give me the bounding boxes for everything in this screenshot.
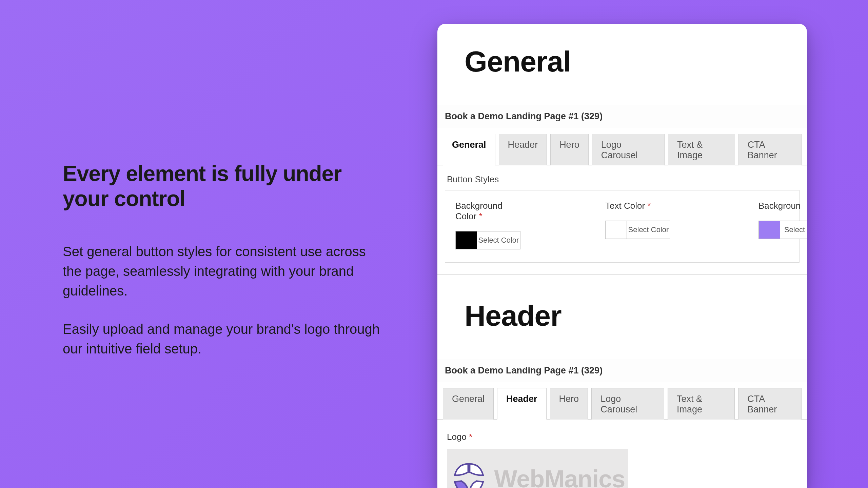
tab-text-image[interactable]: Text & Image [668, 388, 735, 420]
tab-cta-banner[interactable]: CTA Banner [738, 388, 802, 420]
metabox-general: Book a Demo Landing Page #1 (329) Genera… [437, 105, 807, 274]
color-input-background: Select Color [455, 231, 520, 249]
tab-logo-carousel[interactable]: Logo Carousel [591, 388, 664, 420]
logo-mark-icon [450, 460, 488, 488]
select-color-button[interactable]: Select [780, 221, 807, 239]
metabox-header: Book a Demo Landing Page #1 (329) Genera… [437, 359, 807, 488]
swatch-bg-hover[interactable] [759, 221, 780, 239]
required-icon: * [469, 432, 472, 442]
tab-logo-carousel[interactable]: Logo Carousel [592, 134, 665, 165]
label-text: Text Color [605, 201, 645, 211]
button-styles-row: Background Color * Select Color Text Col… [445, 190, 800, 263]
marketing-copy: Every element is fully under your contro… [63, 161, 388, 377]
metabox-body-general: Button Styles Background Color * Select … [437, 165, 807, 274]
color-input-bg-hover: Select [758, 221, 807, 239]
tab-header[interactable]: Header [497, 388, 547, 420]
tab-cta-banner[interactable]: CTA Banner [738, 134, 802, 165]
label-background-hover-partial: Backgroun [758, 201, 807, 211]
tab-general[interactable]: General [443, 134, 495, 165]
metabox-body-header: Logo * WebManics [437, 420, 807, 488]
tab-header[interactable]: Header [499, 134, 547, 165]
tab-general[interactable]: General [443, 388, 494, 420]
select-color-button[interactable]: Select Color [477, 231, 520, 249]
label-text: Backgroun [758, 201, 801, 211]
label-background-color: Background Color * [455, 201, 520, 222]
swatch-background-color[interactable] [456, 231, 477, 249]
color-input-text: Select Color [605, 221, 670, 239]
headline: Every element is fully under your contro… [63, 161, 388, 211]
paragraph-2: Easily upload and manage your brand's lo… [63, 319, 388, 359]
section-title-header: Header [465, 299, 807, 332]
tabs-header: General Header Hero Logo Carousel Text &… [437, 382, 807, 420]
page-title: Book a Demo Landing Page #1 (329) [437, 105, 807, 128]
label-logo: Logo * [447, 432, 800, 442]
required-icon: * [647, 201, 651, 211]
tabs-general: General Header Hero Logo Carousel Text &… [437, 128, 807, 165]
tab-hero[interactable]: Hero [550, 134, 589, 165]
logo-preview[interactable]: WebManics [447, 449, 628, 488]
tab-hero[interactable]: Hero [550, 388, 588, 420]
field-background-color: Background Color * Select Color [455, 201, 520, 249]
page-title: Book a Demo Landing Page #1 (329) [437, 359, 807, 382]
group-label-button-styles: Button Styles [447, 174, 800, 185]
editor-panel: General Book a Demo Landing Page #1 (329… [437, 24, 807, 488]
swatch-text-color[interactable] [606, 221, 627, 239]
select-color-button[interactable]: Select Color [627, 221, 670, 239]
tab-text-image[interactable]: Text & Image [668, 134, 735, 165]
logo-wordmark: WebManics [494, 465, 625, 488]
field-text-color: Text Color * Select Color [605, 201, 670, 249]
label-text: Logo [447, 432, 467, 442]
paragraph-1: Set general button styles for consistent… [63, 242, 388, 301]
section-title-general: General [465, 45, 807, 78]
field-background-hover-partial: Backgroun Select [758, 201, 807, 249]
required-icon: * [479, 211, 482, 221]
label-text-color: Text Color * [605, 201, 670, 211]
